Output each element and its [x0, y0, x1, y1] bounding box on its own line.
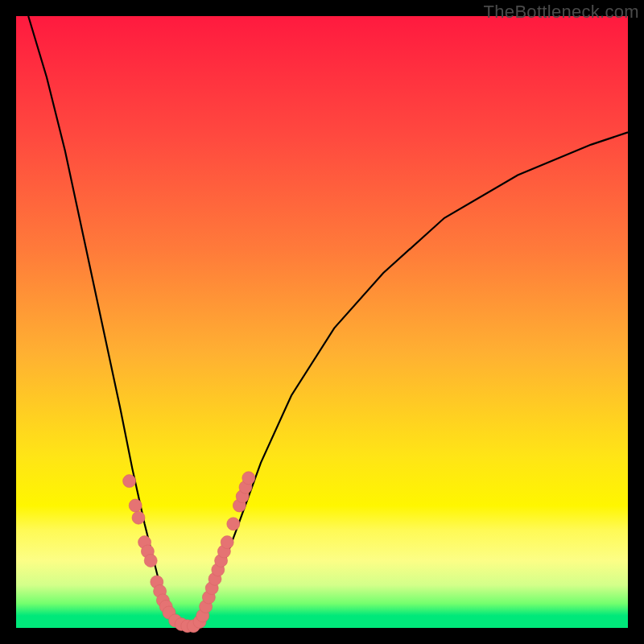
plot-area	[16, 16, 628, 628]
watermark-text: TheBottleneck.com	[484, 2, 639, 23]
data-marker	[144, 554, 157, 567]
chart-svg	[16, 16, 628, 628]
curve-left-branch	[28, 16, 193, 628]
data-marker	[227, 518, 240, 530]
data-marker	[123, 475, 136, 488]
marker-cluster	[123, 472, 255, 633]
data-marker	[132, 511, 145, 524]
data-marker	[129, 499, 142, 512]
curve-right-branch	[193, 132, 628, 628]
chart-frame: TheBottleneck.com	[0, 0, 644, 644]
data-marker	[242, 472, 255, 485]
data-marker	[221, 536, 233, 549]
